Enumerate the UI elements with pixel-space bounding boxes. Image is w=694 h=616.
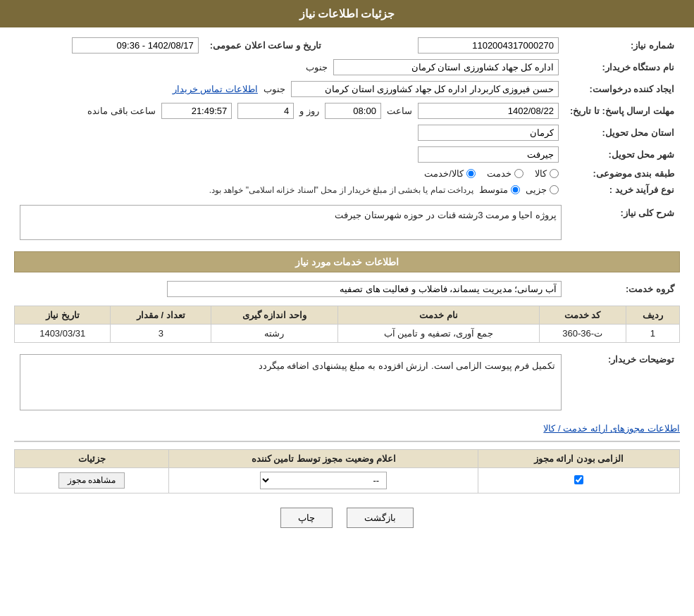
radio-khadamat[interactable]: خدمت	[487, 168, 523, 179]
buyer-desc-value: تکمیل فرم پیوست الزامی است. ارزش افزوده …	[14, 348, 567, 416]
deadline-days-input[interactable]	[237, 103, 294, 119]
need-description-box: پروژه احیا و مرمت 3رشته قنات در حوزه شهر…	[20, 205, 562, 240]
basic-info-table: شماره نیاز: تاریخ و ساعت اعلان عمومی: نا…	[14, 34, 680, 198]
category-label: طبقه بندی موضوعی:	[564, 165, 680, 182]
col-row-num: ردیف	[626, 306, 679, 325]
buyer-desc-table: توضیحات خریدار: تکمیل فرم پیوست الزامی ا…	[14, 348, 680, 416]
province-input[interactable]	[418, 125, 559, 141]
col-need-date: تاریخ نیاز	[15, 306, 111, 325]
cell-need-date: 1403/03/31	[15, 325, 111, 343]
col-service-name: نام خدمت	[337, 306, 539, 325]
service-group-label: گروه خدمت:	[567, 278, 680, 300]
service-group-value	[14, 278, 567, 300]
announcement-date-label: تاریخ و ساعت اعلان عمومی:	[204, 34, 327, 56]
col-details: جزئیات	[15, 450, 169, 468]
license-status-cell: --	[169, 468, 478, 494]
radio-khadamat-label: خدمت	[487, 168, 512, 179]
radio-khadamat-input[interactable]	[514, 169, 523, 178]
contact-link[interactable]: اطلاعات تماس خریدار	[173, 84, 258, 94]
creator-value: جنوب اطلاعات تماس خریدار	[14, 78, 564, 100]
need-number-label: شماره نیاز:	[564, 34, 680, 56]
deadline-date-input[interactable]	[418, 103, 559, 119]
radio-jozii[interactable]: جزیی	[526, 184, 559, 195]
back-button[interactable]: بازگشت	[347, 508, 414, 528]
buyer-name-value: جنوب	[14, 56, 564, 78]
deadline-days-label: روز و	[299, 106, 319, 116]
license-required-cell	[478, 468, 679, 494]
radio-kala-input[interactable]	[550, 169, 559, 178]
services-section-title: اطلاعات خدمات مورد نیاز	[14, 251, 680, 272]
col-service-code: کد خدمت	[539, 306, 626, 325]
buyer-name-input[interactable]	[333, 59, 559, 75]
license-table: الزامی بودن ارائه مجوز اعلام وضعیت مجوز …	[14, 449, 680, 494]
list-item: -- مشاهده مجوز	[15, 468, 680, 494]
purchase-type-note: پرداخت تمام یا بخشی از مبلغ خریدار از مح…	[209, 185, 473, 195]
section-divider	[14, 441, 680, 442]
cell-row-num: 1	[626, 325, 679, 343]
buyer-desc-box: تکمیل فرم پیوست الزامی است. ارزش افزوده …	[20, 354, 562, 410]
deadline-remaining-input[interactable]	[161, 103, 232, 119]
announcement-date-input[interactable]	[72, 37, 199, 54]
need-description-text: پروژه احیا و مرمت 3رشته قنات در حوزه شهر…	[335, 210, 557, 220]
radio-jozii-input[interactable]	[550, 185, 559, 194]
cell-quantity: 3	[111, 325, 211, 343]
creator-label: ایجاد کننده درخواست:	[564, 78, 680, 100]
announcement-date-value	[14, 34, 204, 56]
category-radio-group: کالا خدمت کالا/خدمت	[14, 165, 564, 182]
deadline-time-input[interactable]	[325, 103, 381, 119]
col-unit: واحد اندازه گیری	[211, 306, 338, 325]
radio-jozii-label: جزیی	[526, 184, 547, 195]
services-data-table: ردیف کد خدمت نام خدمت واحد اندازه گیری ت…	[14, 306, 680, 343]
license-required-checkbox[interactable]	[574, 475, 583, 484]
licenses-section-label[interactable]: اطلاعات مجوزهای ارائه خدمت / کالا	[543, 423, 680, 434]
page-header: جزئیات اطلاعات نیاز	[0, 0, 694, 27]
city-input[interactable]	[418, 146, 559, 163]
radio-mootavaset-label: متوسط	[479, 184, 508, 195]
col-quantity: تعداد / مقدار	[111, 306, 211, 325]
deadline-label: مهلت ارسال پاسخ: تا تاریخ:	[564, 100, 680, 122]
need-number-value	[355, 34, 564, 56]
cell-service-code: ت-36-360	[539, 325, 626, 343]
view-license-button[interactable]: مشاهده مجوز	[58, 472, 125, 489]
need-number-input[interactable]	[418, 37, 559, 54]
city-value	[14, 144, 564, 165]
buyer-desc-label: توضیحات خریدار:	[567, 348, 680, 416]
purchase-type-label: نوع فرآیند خرید :	[564, 182, 680, 198]
buyer-desc-text: تکمیل فرم پیوست الزامی است. ارزش افزوده …	[259, 360, 555, 371]
print-button[interactable]: چاپ	[280, 508, 333, 528]
cell-service-name: جمع آوری، تصفیه و تامین آب	[337, 325, 539, 343]
city-label: شهر محل تحویل:	[564, 144, 680, 165]
deadline-remaining-label: ساعت باقی مانده	[87, 106, 156, 116]
creator-sub: جنوب	[264, 84, 285, 94]
page-title: جزئیات اطلاعات نیاز	[299, 8, 395, 20]
table-row: 1 ت-36-360 جمع آوری، تصفیه و تامین آب رش…	[15, 325, 680, 343]
need-description-table: شرح کلی نیاز: پروژه احیا و مرمت 3رشته قن…	[14, 202, 680, 243]
radio-kala[interactable]: کالا	[535, 168, 559, 179]
radio-kala-khadamat-label: کالا/خدمت	[424, 168, 464, 179]
col-status-announce: اعلام وضعیت مجوز توسط تامین کننده	[169, 450, 478, 468]
service-group-table: گروه خدمت:	[14, 278, 680, 300]
deadline-row: ساعت روز و ساعت باقی مانده	[14, 100, 564, 122]
license-status-select[interactable]: --	[260, 472, 387, 489]
buyer-name-label: نام دستگاه خریدار:	[564, 56, 680, 78]
cell-unit: رشته	[211, 325, 338, 343]
need-description-value: پروژه احیا و مرمت 3رشته قنات در حوزه شهر…	[14, 202, 567, 243]
radio-kala-label: کالا	[535, 168, 547, 179]
radio-kala-khadamat-input[interactable]	[466, 169, 476, 178]
radio-mootavaset-input[interactable]	[511, 185, 520, 194]
need-description-label: شرح کلی نیاز:	[567, 202, 680, 243]
purchase-type-row: جزیی متوسط پرداخت تمام یا بخشی از مبلغ خ…	[14, 182, 564, 198]
deadline-time-label: ساعت	[387, 106, 412, 116]
radio-mootavaset[interactable]: متوسط	[479, 184, 520, 195]
service-group-input[interactable]	[167, 281, 562, 297]
province-label: استان محل تحویل:	[564, 122, 680, 144]
radio-kala-khadamat[interactable]: کالا/خدمت	[424, 168, 476, 179]
province-value	[14, 122, 564, 144]
creator-input[interactable]	[291, 81, 559, 97]
col-required: الزامی بودن ارائه مجوز	[478, 450, 679, 468]
action-buttons: بازگشت چاپ	[14, 508, 680, 528]
buyer-name-sub: جنوب	[306, 62, 328, 73]
license-details-cell: مشاهده مجوز	[15, 468, 169, 494]
